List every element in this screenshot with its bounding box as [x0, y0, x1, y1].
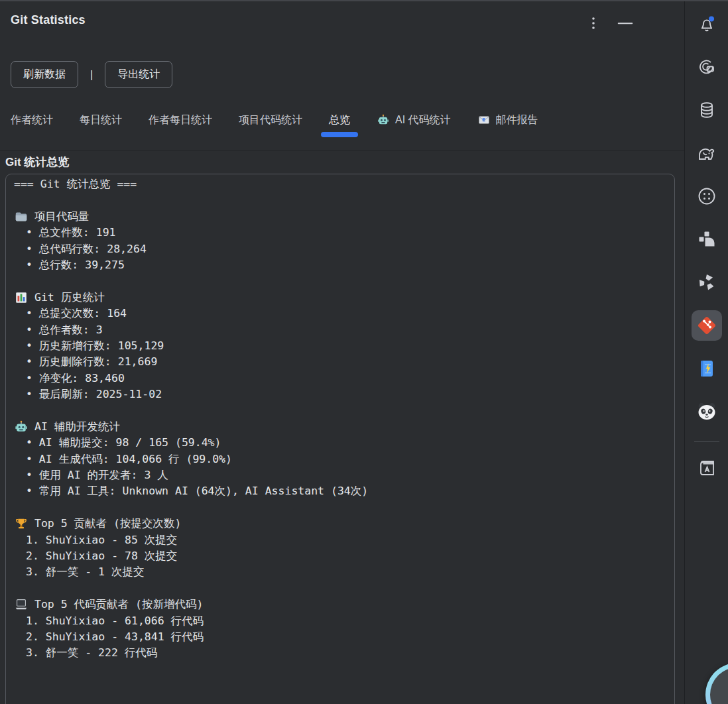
git-statistics-tool-window: Git Statistics 刷新数据 | 导出统计 作者统计 每日统计 作者每…	[0, 1, 728, 704]
stat-line: • 净变化: 83,460	[14, 371, 666, 386]
stat-line: • 总文件数: 191	[14, 225, 666, 241]
section-title-git-history: Git 历史统计	[14, 290, 666, 306]
section-heading: Git 统计总览	[5, 154, 684, 171]
tab-author-stats[interactable]: 作者统计	[11, 113, 53, 127]
section-title-project: 项目代码量	[14, 209, 666, 225]
blank-line	[14, 273, 666, 289]
refresh-data-button[interactable]: 刷新数据	[11, 61, 78, 88]
rank-line: 1. ShuYixiao - 61,066 行代码	[14, 613, 666, 629]
section-title-top-committers: Top 5 贡献者 (按提交次数)	[14, 516, 666, 532]
trophy-icon	[14, 516, 29, 531]
stat-line: • 使用 AI 的开发者: 3 人	[14, 467, 666, 483]
stat-line: • 总行数: 39,275	[14, 257, 666, 273]
blank-line	[14, 500, 666, 516]
titlebar: Git Statistics	[0, 1, 684, 33]
section-title-ai: AI 辅助开发统计	[14, 419, 666, 435]
stat-line: • 最后刷新: 2025-11-02	[14, 386, 666, 402]
stripe-divider	[694, 441, 719, 441]
tab-author-daily-stats[interactable]: 作者每日统计	[149, 113, 212, 127]
export-stats-button[interactable]: 导出统计	[105, 61, 172, 88]
folder-icon	[14, 209, 29, 224]
blank-line	[14, 581, 666, 597]
stat-line: • 常用 AI 工具: Unknown AI (64次), AI Assista…	[14, 483, 666, 499]
tab-overview[interactable]: 总览	[329, 113, 350, 127]
main-panel: Git Statistics 刷新数据 | 导出统计 作者统计 每日统计 作者每…	[0, 1, 685, 704]
bar-chart-icon	[14, 290, 29, 305]
stat-line: • 总提交次数: 164	[14, 306, 666, 322]
tabbar: 作者统计 每日统计 作者每日统计 项目代码统计 总览 AI 代码统计 邮件报告	[11, 103, 674, 137]
section-title-text: Top 5 贡献者 (按提交次数)	[34, 516, 181, 532]
rank-line: 3. 舒一笑 - 1 次提交	[14, 564, 666, 580]
toolbar-separator: |	[90, 69, 93, 81]
pinwheel-plugin-icon[interactable]	[692, 267, 722, 298]
database-icon[interactable]	[692, 95, 722, 125]
tab-daily-stats[interactable]: 每日统计	[80, 113, 122, 127]
stat-line: • 历史删除行数: 21,669	[14, 354, 666, 370]
notebook-lightning-icon[interactable]	[692, 353, 722, 384]
stat-line: • 历史新增行数: 105,129	[14, 338, 666, 354]
stat-line: • AI 辅助提交: 98 / 165 (59.4%)	[14, 435, 666, 451]
robot-icon	[377, 113, 390, 127]
tab-label: AI 代码统计	[395, 113, 451, 127]
rank-line: 1. ShuYixiao - 85 次提交	[14, 532, 666, 548]
laptop-icon	[14, 597, 29, 612]
tab-project-code-stats[interactable]: 项目代码统计	[239, 113, 302, 127]
rank-line: 3. 舒一笑 - 222 行代码	[14, 645, 666, 661]
rank-line: 2. ShuYixiao - 78 次提交	[14, 548, 666, 564]
blocks-plugin-icon[interactable]	[692, 224, 722, 255]
blank-line	[14, 192, 666, 208]
blank-line	[14, 402, 666, 418]
section-title-text: Git 历史统计	[34, 290, 105, 306]
git-icon[interactable]	[692, 310, 722, 341]
tool-window-stripe	[685, 1, 728, 704]
tabbar-divider	[0, 150, 684, 151]
robot-icon	[14, 420, 29, 434]
section-title-text: 项目代码量	[34, 209, 90, 225]
tab-email-report[interactable]: 邮件报告	[477, 113, 538, 127]
minimize-icon[interactable]	[617, 15, 634, 32]
rank-line: 2. ShuYixiao - 43,841 行代码	[14, 629, 666, 645]
overview-console[interactable]: === Git 统计总览 === 项目代码量 • 总文件数: 191 • 总代码…	[5, 174, 675, 704]
console-text: === Git 统计总览 === 项目代码量 • 总文件数: 191 • 总代码…	[6, 174, 674, 664]
chat-broadcast-icon[interactable]	[692, 52, 722, 82]
tab-ai-code-stats[interactable]: AI 代码统计	[377, 113, 451, 127]
section-title-text: Top 5 代码贡献者 (按新增代码)	[34, 597, 203, 613]
kebab-menu-icon[interactable]	[585, 15, 602, 32]
gradle-elephant-icon[interactable]	[692, 138, 722, 168]
stat-line: • 总代码行数: 28,264	[14, 241, 666, 257]
toolbar: 刷新数据 | 导出统计	[11, 61, 674, 88]
stat-line: • 总作者数: 3	[14, 322, 666, 338]
section-title-top-code: Top 5 代码贡献者 (按新增代码)	[14, 597, 666, 613]
section-title-text: AI 辅助开发统计	[34, 419, 120, 435]
titlebar-actions	[585, 15, 634, 32]
dots-circle-icon[interactable]	[692, 181, 722, 211]
notifications-bell-icon[interactable]	[692, 9, 722, 39]
tab-label: 邮件报告	[496, 113, 538, 127]
stat-line: • AI 生成代码: 104,066 行 (99.0%)	[14, 451, 666, 467]
panda-plugin-icon[interactable]	[692, 396, 722, 427]
overview-header-line: === Git 统计总览 ===	[14, 176, 666, 192]
window-title: Git Statistics	[11, 13, 86, 27]
translate-book-icon[interactable]	[692, 453, 722, 483]
email-icon	[477, 113, 491, 127]
